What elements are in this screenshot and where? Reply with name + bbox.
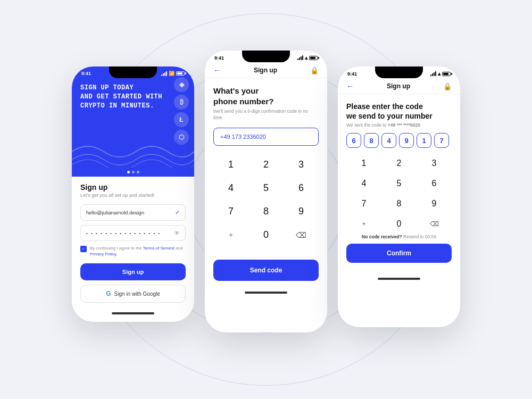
phone2-header: ← Sign up 🔒 bbox=[205, 63, 327, 78]
key-backspace[interactable]: ⌫ bbox=[284, 223, 319, 247]
key-2[interactable]: 2 bbox=[248, 153, 284, 177]
google-logo: G bbox=[106, 290, 111, 297]
notch-1 bbox=[109, 66, 157, 78]
signal-bar-4 bbox=[166, 71, 167, 76]
ethereum-icon: ◈ bbox=[174, 77, 189, 92]
sm-key-8[interactable]: 8 bbox=[381, 194, 417, 214]
notch-3 bbox=[375, 66, 423, 78]
google-signin-button[interactable]: G Sign in with Google bbox=[80, 285, 186, 303]
s2 bbox=[299, 57, 300, 60]
status-icons-2: ▴ bbox=[297, 55, 318, 61]
key-4[interactable]: 4 bbox=[213, 177, 248, 200]
signup-title: Sign up bbox=[80, 183, 186, 192]
terms-link-1[interactable]: Terms of Service bbox=[143, 246, 174, 251]
status-icons-3: ▴ bbox=[430, 71, 451, 77]
sm-key-3[interactable]: 3 bbox=[417, 153, 452, 173]
code-chip-2[interactable]: 8 bbox=[364, 133, 379, 148]
phone-number: 9:41 ▴ ← Sign up 🔒 What's yourphone numb… bbox=[205, 51, 327, 332]
signup-button[interactable]: Sign up bbox=[80, 263, 186, 280]
eye-icon: 👁 bbox=[174, 230, 180, 236]
sm-key-1[interactable]: 1 bbox=[346, 153, 381, 173]
code-question: Please enter the codewe send to your num… bbox=[346, 102, 452, 121]
wifi-icon-1: 📶 bbox=[169, 71, 174, 76]
phone-input[interactable]: +49 173 2336020 bbox=[213, 128, 319, 146]
phone3-header: ← Sign up 🔒 bbox=[338, 79, 460, 94]
terms-checkbox[interactable] bbox=[80, 246, 87, 252]
sm-key-7[interactable]: 7 bbox=[346, 194, 381, 214]
key-1[interactable]: 1 bbox=[213, 153, 248, 177]
send-code-button[interactable]: Send code bbox=[213, 260, 319, 281]
email-field[interactable]: hello@julianarnold.design ✓ bbox=[80, 204, 186, 221]
check-icon: ✓ bbox=[175, 209, 180, 216]
phone-confirm: 9:41 ▴ ← Sign up 🔒 Please enter the code… bbox=[338, 66, 460, 327]
numpad-3: 1 2 3 4 5 6 7 8 9 + 0 ⌫ bbox=[346, 153, 452, 234]
lock-icon-2: 🔒 bbox=[310, 66, 319, 74]
phone-desc: We'll send you a 6-digit confirmation co… bbox=[213, 109, 319, 121]
terms-link-2[interactable]: Privacy Policy bbox=[90, 252, 116, 256]
phone3-content: Please enter the codewe send to your num… bbox=[338, 94, 460, 275]
sb4 bbox=[435, 71, 436, 76]
resend-link[interactable]: Resend in 00:59 bbox=[403, 234, 436, 239]
code-chip-6[interactable]: 7 bbox=[434, 133, 449, 148]
sm-key-backspace[interactable]: ⌫ bbox=[417, 214, 452, 234]
sm-key-plus[interactable]: + bbox=[346, 214, 381, 234]
key-7[interactable]: 7 bbox=[213, 200, 248, 223]
dots-indicator bbox=[72, 168, 194, 177]
back-button-2[interactable]: ← bbox=[213, 66, 221, 74]
signal-bar-1 bbox=[161, 74, 162, 76]
page-title-3: Sign up bbox=[387, 82, 410, 90]
code-chip-1[interactable]: 6 bbox=[346, 133, 361, 148]
litecoin-icon: Ł bbox=[174, 112, 189, 127]
sb2 bbox=[432, 73, 433, 76]
phone-question: What's yourphone number? bbox=[213, 86, 319, 106]
signup-subtitle: Let's get you all set up and started! bbox=[80, 193, 186, 198]
sm-key-0[interactable]: 0 bbox=[381, 214, 417, 234]
status-time-1: 9:41 bbox=[81, 71, 91, 76]
phones-container: 9:41 📶 ◈ ₿ Ł bbox=[72, 51, 460, 348]
key-9[interactable]: 9 bbox=[284, 200, 319, 223]
confirm-button[interactable]: Confirm bbox=[346, 244, 452, 263]
signal-bar-2 bbox=[163, 73, 164, 76]
key-8[interactable]: 8 bbox=[248, 200, 284, 223]
key-6[interactable]: 6 bbox=[284, 177, 319, 200]
key-3[interactable]: 3 bbox=[284, 153, 319, 177]
bitcoin-icon: ₿ bbox=[174, 95, 189, 110]
code-chip-3[interactable]: 4 bbox=[381, 133, 396, 148]
key-plus[interactable]: + bbox=[213, 223, 248, 247]
signal-icon-2 bbox=[297, 55, 303, 60]
code-desc: We sent the code to +49 *** ****6020 bbox=[346, 122, 452, 128]
crypto-icons: ◈ ₿ Ł ⬡ bbox=[174, 77, 189, 145]
password-field[interactable]: • • • • • • • • • • • • • • • • 👁 bbox=[80, 225, 186, 241]
code-chip-4[interactable]: 9 bbox=[399, 133, 414, 148]
sm-key-5[interactable]: 5 bbox=[381, 173, 417, 194]
sm-key-9[interactable]: 9 bbox=[417, 194, 452, 214]
sb3 bbox=[434, 72, 435, 76]
phone2-content: What's yourphone number? We'll send you … bbox=[205, 78, 327, 254]
phone-signup: 9:41 📶 ◈ ₿ Ł bbox=[72, 66, 194, 322]
key-0[interactable]: 0 bbox=[248, 223, 284, 247]
hero-section: 9:41 📶 ◈ ₿ Ł bbox=[72, 66, 194, 168]
signal-icon-3 bbox=[430, 71, 436, 76]
code-chips: 6 8 4 9 1 7 bbox=[346, 133, 452, 148]
code-chip-5[interactable]: 1 bbox=[417, 133, 431, 148]
home-bar-1 bbox=[112, 312, 154, 314]
s4 bbox=[302, 55, 303, 60]
s1 bbox=[297, 59, 298, 60]
password-dots: • • • • • • • • • • • • • • • • bbox=[86, 231, 161, 236]
sm-key-4[interactable]: 4 bbox=[346, 173, 381, 194]
back-button-3[interactable]: ← bbox=[346, 82, 354, 90]
dot-2 bbox=[132, 171, 135, 173]
terms-row: By continuing I agree to the Terms of Se… bbox=[80, 245, 186, 257]
terms-text: By continuing I agree to the Terms of Se… bbox=[90, 245, 186, 257]
numpad-2: 1 2 3 4 5 6 7 8 9 + 0 ⌫ bbox=[213, 153, 319, 247]
battery-fill-1 bbox=[177, 72, 182, 74]
status-time-3: 9:41 bbox=[347, 71, 357, 77]
send-code-container: Send code bbox=[205, 254, 327, 288]
key-5[interactable]: 5 bbox=[248, 177, 284, 200]
battery-icon-2 bbox=[309, 56, 318, 60]
sm-key-6[interactable]: 6 bbox=[417, 173, 452, 194]
wave-pattern bbox=[72, 136, 194, 168]
sm-key-2[interactable]: 2 bbox=[381, 153, 417, 173]
page-title-2: Sign up bbox=[254, 66, 277, 74]
signal-icon-1 bbox=[161, 71, 167, 76]
